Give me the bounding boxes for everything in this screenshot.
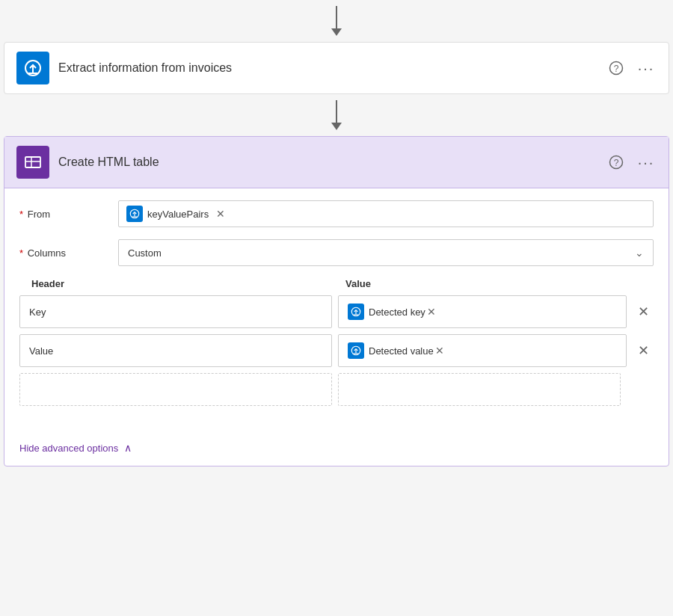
columns-required: * bbox=[19, 247, 23, 259]
from-token-text: keyValuePairs bbox=[147, 209, 209, 220]
extract-card-icon bbox=[16, 52, 49, 84]
html-table-card-title: Create HTML table bbox=[58, 155, 597, 169]
svg-text:?: ? bbox=[614, 158, 619, 168]
table-header-value: Value bbox=[336, 278, 651, 289]
page-container: Extract information from invoices ? ··· bbox=[0, 0, 673, 616]
columns-label: * Columns bbox=[19, 247, 109, 259]
from-token: keyValuePairs bbox=[126, 206, 209, 222]
row2-delete-button[interactable]: ✕ bbox=[633, 340, 654, 361]
table-cell-key-header[interactable]: Key bbox=[19, 295, 332, 328]
html-table-card-icon bbox=[16, 146, 49, 179]
from-token-remove[interactable]: ✕ bbox=[215, 208, 227, 220]
extract-card-actions: ? ··· bbox=[606, 58, 657, 78]
hide-advanced-toggle[interactable]: Hide advanced options ∧ bbox=[4, 430, 147, 466]
html-table-card-body: * From keyValuePairs bbox=[4, 188, 669, 430]
arrow-line bbox=[336, 6, 337, 28]
table-row: Value Detec bbox=[19, 334, 654, 367]
chevron-up-icon: ∧ bbox=[124, 442, 132, 454]
detected-value-token: Detected value bbox=[348, 342, 434, 359]
middle-arrow-head bbox=[331, 123, 342, 130]
row1-delete-button[interactable]: ✕ bbox=[633, 301, 654, 322]
advanced-toggle-text: Hide advanced options bbox=[19, 443, 118, 454]
svg-rect-3 bbox=[25, 157, 40, 167]
extract-more-button[interactable]: ··· bbox=[636, 58, 657, 78]
detected-key-token: Detected key bbox=[348, 304, 425, 320]
extract-card-title: Extract information from invoices bbox=[58, 61, 597, 75]
columns-select[interactable]: Custom ⌄ bbox=[118, 239, 654, 266]
extract-card-header: Extract information from invoices ? ··· bbox=[4, 43, 669, 93]
value-header-text: Value bbox=[29, 345, 53, 357]
detected-value-remove[interactable]: ✕ bbox=[434, 345, 446, 357]
table-row: Key Detecte bbox=[19, 295, 654, 328]
html-table-help-button[interactable]: ? bbox=[606, 152, 627, 173]
table-cell-empty-value[interactable] bbox=[338, 373, 621, 406]
table-row bbox=[19, 373, 654, 406]
detected-value-text: Detected value bbox=[369, 345, 434, 357]
table-cell-key-value[interactable]: Detected key ✕ bbox=[338, 295, 627, 328]
middle-arrow-line bbox=[336, 100, 337, 123]
html-table-card: Create HTML table ? ··· * From bbox=[4, 136, 669, 466]
from-required: * bbox=[19, 209, 23, 220]
from-field-row: * From keyValuePairs bbox=[19, 200, 654, 227]
arrow-head bbox=[331, 28, 342, 36]
columns-select-text: Custom bbox=[128, 247, 162, 259]
table-section: Header Value Key bbox=[19, 278, 654, 406]
html-table-card-header: Create HTML table ? ··· bbox=[4, 137, 669, 188]
detected-key-text: Detected key bbox=[369, 307, 425, 318]
from-input[interactable]: keyValuePairs ✕ bbox=[118, 200, 654, 227]
from-token-icon bbox=[126, 206, 143, 222]
html-table-card-actions: ? ··· bbox=[606, 152, 657, 173]
extract-card: Extract information from invoices ? ··· bbox=[4, 42, 669, 94]
middle-arrow bbox=[331, 94, 342, 136]
svg-text:?: ? bbox=[614, 64, 619, 74]
key-header-text: Key bbox=[29, 307, 46, 318]
chevron-down-icon: ⌄ bbox=[635, 247, 644, 259]
table-header-header: Header bbox=[22, 278, 336, 289]
detected-key-remove[interactable]: ✕ bbox=[425, 306, 437, 318]
table-cell-empty-header[interactable] bbox=[19, 373, 332, 406]
top-arrow bbox=[331, 0, 342, 42]
extract-help-button[interactable]: ? bbox=[606, 58, 627, 78]
from-label: * From bbox=[19, 209, 109, 220]
html-table-more-button[interactable]: ··· bbox=[636, 152, 657, 173]
columns-field-row: * Columns Custom ⌄ bbox=[19, 239, 654, 266]
detected-value-token-icon bbox=[348, 342, 364, 359]
table-cell-value-value[interactable]: Detected value ✕ bbox=[338, 334, 627, 367]
detected-key-token-icon bbox=[348, 304, 364, 320]
table-headers: Header Value bbox=[19, 278, 654, 289]
table-cell-value-header[interactable]: Value bbox=[19, 334, 332, 367]
